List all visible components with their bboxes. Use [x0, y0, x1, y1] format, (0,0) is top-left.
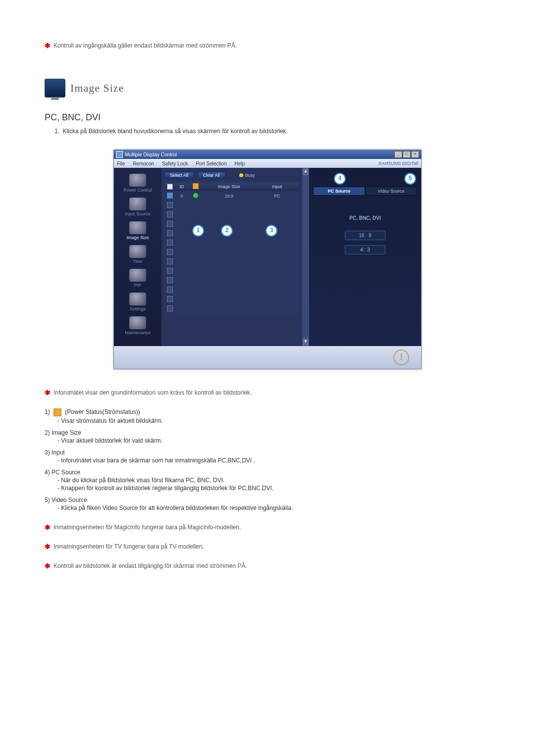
section-header: Image Size	[45, 79, 490, 98]
note-info-grid-text: Inforutnätet visar den grundinformation …	[54, 389, 252, 396]
input-icon	[129, 198, 146, 210]
info-icon: !	[393, 350, 409, 365]
tab-video-source[interactable]: Video Source	[365, 187, 417, 196]
desc-item-3: 3) Input - Inforutnätet visar bara de sk…	[45, 449, 490, 464]
instruction-1: 1. Klicka på Bildstorlek bland huvudikon…	[54, 128, 490, 135]
sidebar-item-time[interactable]: Time	[118, 244, 158, 266]
callout-2: 2	[221, 225, 233, 237]
desc-item-4-line2: - Knappen för kontroll av bildstorlek re…	[57, 485, 490, 492]
star-icon: ✱	[45, 389, 51, 396]
top-note: ✱ Kontroll av ingångskälla gäller endast…	[45, 42, 490, 49]
menu-port-selection[interactable]: Port Selection	[196, 161, 226, 166]
star-icon: ✱	[45, 42, 51, 49]
table-header-row: ✓ ID Image Size Input	[165, 182, 299, 192]
row-image-size: 16:9	[203, 192, 256, 201]
monitor-icon	[45, 79, 65, 98]
sidebar-item-maintenance[interactable]: Maintenance	[118, 315, 158, 337]
note-info-grid: ✱ Inforutnätet visar den grundinformatio…	[45, 389, 490, 396]
header-id[interactable]: ID	[175, 182, 189, 192]
window-controls: _ □ ×	[394, 151, 419, 158]
star-note-2: ✱ Inmatningsenheten för TV fungerar bara…	[45, 543, 490, 550]
select-all-button[interactable]: Select All	[164, 172, 194, 179]
table-row	[165, 201, 299, 210]
callout-1: 1	[192, 225, 204, 237]
close-button[interactable]: ×	[411, 151, 419, 158]
desc-item-1-label: 1)	[45, 408, 50, 415]
row-checkbox[interactable]	[167, 193, 173, 199]
sidebar-item-pip[interactable]: PIP	[118, 268, 158, 290]
row-input: PC	[256, 192, 299, 201]
table-row	[165, 239, 299, 248]
busy-indicator: Busy	[239, 173, 255, 178]
ratio-4-3-button[interactable]: 4 : 3	[345, 245, 385, 254]
desc-item-3-line: - Inforutnätet visar bara de skärmar som…	[57, 457, 490, 464]
table-row	[165, 257, 299, 267]
maximize-button[interactable]: □	[403, 151, 411, 158]
menu-file[interactable]: File	[117, 161, 125, 166]
scroll-up-button[interactable]: ▲	[302, 168, 309, 176]
row-id: 0	[175, 192, 189, 201]
menu-remocon[interactable]: Remocon	[133, 161, 154, 166]
desc-item-5-label: 5) Video Source	[45, 497, 87, 504]
time-icon	[129, 245, 146, 258]
titlebar: Multiple Display Control _ □ ×	[114, 150, 421, 159]
power-icon	[129, 174, 146, 187]
menubar: File Remocon Safety Lock Port Selection …	[114, 159, 421, 168]
desc-item-2-label: 2) Image Size	[45, 429, 81, 436]
table-row	[165, 276, 299, 286]
sidebar-label-pip: PIP	[134, 283, 142, 288]
top-note-text: Kontroll av ingångskälla gäller endast b…	[54, 42, 237, 49]
settings-icon	[129, 293, 146, 305]
minimize-button[interactable]: _	[394, 151, 402, 158]
sidebar-item-settings[interactable]: Settings	[118, 292, 158, 313]
callout-3: 3	[266, 225, 277, 237]
sidebar-label-maintenance: Maintenance	[125, 330, 151, 335]
desc-item-4-line1: - När du klickar på Bildstorlek visas fö…	[57, 477, 490, 484]
star-note-3-text: Kontroll av bildstorlek är endast tillgä…	[54, 562, 247, 569]
star-icon: ✱	[45, 562, 51, 569]
desc-item-4: 4) PC Source - När du klickar på Bildsto…	[45, 469, 490, 492]
header-check[interactable]: ✓	[165, 182, 175, 192]
sidebar-label-settings: Settings	[130, 306, 146, 311]
star-icon: ✱	[45, 543, 51, 550]
header-input[interactable]: Input	[256, 182, 299, 192]
desc-item-1-title: (Power Status(Strömstatus))	[65, 408, 140, 415]
panel-source-label: PC, BNC, DVI	[313, 215, 417, 221]
sidebar-item-power[interactable]: Power Control	[118, 173, 158, 195]
sidebar-label-image: Image Size	[126, 235, 149, 240]
clear-all-button[interactable]: Clear All	[198, 172, 225, 179]
display-table: ✓ ID Image Size Input 0 16:9 PC	[164, 182, 299, 314]
star-note-2-text: Inmatningsenheten för TV fungerar bara p…	[54, 543, 204, 550]
right-panel: 4 5 PC Source Video Source PC, BNC, DVI …	[309, 168, 421, 346]
instruction-1-text: Klicka på Bildstorlek bland huvudikonern…	[63, 128, 288, 135]
sidebar-label-time: Time	[133, 259, 143, 264]
scrollbar[interactable]: ▲ ▼	[302, 168, 309, 346]
table-row[interactable]: 0 16:9 PC	[165, 192, 299, 201]
menu-safety-lock[interactable]: Safety Lock	[162, 161, 188, 166]
sidebar-item-input[interactable]: Input Source	[118, 197, 158, 218]
header-status[interactable]	[189, 182, 203, 192]
desc-item-5: 5) Video Source - Klicka på fliken Video…	[45, 497, 490, 511]
desc-item-1-line: - Visar strömstatus för aktuell bildskär…	[57, 417, 490, 424]
pip-icon	[129, 269, 146, 282]
status-bar: !	[114, 346, 421, 369]
table-row	[165, 210, 299, 220]
scroll-track[interactable]	[302, 176, 309, 338]
app-window: Multiple Display Control _ □ × File Remo…	[113, 150, 422, 369]
sidebar: Power Control Input Source Image Size Ti…	[114, 168, 161, 346]
tab-pc-source[interactable]: PC Source	[313, 187, 365, 196]
window-title: Multiple Display Control	[125, 152, 177, 157]
table-row	[165, 248, 299, 257]
desc-item-2: 2) Image Size - Visar aktuell bildstorle…	[45, 429, 490, 444]
star-note-1: ✱ Inmatningsenheten för MagicInfo funger…	[45, 524, 490, 531]
power-status-icon	[54, 408, 61, 416]
header-image-size[interactable]: Image Size	[203, 182, 256, 192]
busy-dot-icon	[239, 173, 243, 177]
desc-item-3-label: 3) Input	[45, 449, 65, 456]
busy-label: Busy	[245, 173, 255, 178]
menu-help[interactable]: Help	[234, 161, 245, 166]
scroll-down-button[interactable]: ▼	[302, 338, 309, 346]
status-dot-icon	[193, 193, 198, 198]
ratio-16-9-button[interactable]: 16 : 9	[345, 231, 385, 240]
sidebar-item-image-size[interactable]: Image Size	[118, 220, 158, 242]
